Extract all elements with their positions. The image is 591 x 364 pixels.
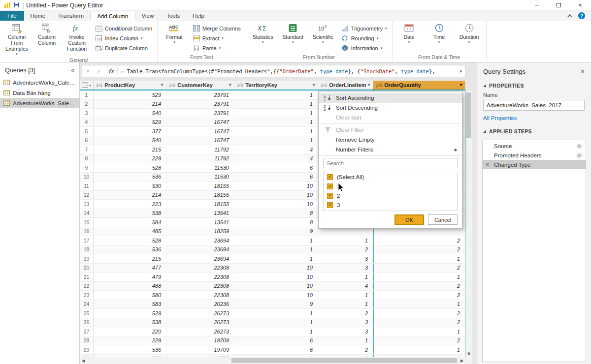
- table-cell[interactable]: 22308: [166, 282, 234, 291]
- table-cell[interactable]: 223: [94, 200, 166, 209]
- table-cell[interactable]: 1: [234, 245, 318, 254]
- table-cell[interactable]: 2: [373, 291, 465, 300]
- formula-input[interactable]: = Table.TransformColumnTypes(#"Promoted …: [118, 65, 465, 77]
- applied-steps-section-header[interactable]: APPLIED STEPS: [477, 121, 591, 136]
- table-cell[interactable]: 19709: [166, 336, 234, 345]
- table-cell[interactable]: 18259: [166, 227, 234, 236]
- ribbon-button-time[interactable]: Time▾: [425, 21, 454, 53]
- table-cell[interactable]: 2: [318, 245, 373, 254]
- row-number[interactable]: 9: [80, 163, 94, 172]
- table-cell[interactable]: 23694: [166, 236, 234, 245]
- table-cell[interactable]: 2: [373, 236, 465, 245]
- row-number[interactable]: 13: [80, 200, 94, 209]
- table-cell[interactable]: 488: [94, 282, 166, 291]
- table-cell[interactable]: 18155: [166, 191, 234, 200]
- table-cell[interactable]: 2: [373, 309, 465, 318]
- table-cell[interactable]: 1: [234, 318, 318, 327]
- table-cell[interactable]: 20236: [166, 300, 234, 309]
- row-number[interactable]: 1: [80, 91, 94, 99]
- table-cell[interactable]: 2: [373, 264, 465, 273]
- table-cell[interactable]: 3: [318, 254, 373, 263]
- table-cell[interactable]: 23791: [166, 109, 234, 118]
- column-header-territorykey[interactable]: 1²3TerritoryKey▼: [234, 81, 318, 90]
- table-cell[interactable]: 6: [234, 163, 318, 172]
- formula-expand-icon[interactable]: ▾: [458, 69, 462, 74]
- table-cell[interactable]: 528: [94, 236, 166, 245]
- row-number[interactable]: 29: [80, 345, 94, 354]
- column-header-productkey[interactable]: 1²3ProductKey▼: [94, 81, 166, 90]
- table-cell[interactable]: 2: [318, 345, 373, 354]
- row-number[interactable]: 12: [80, 191, 94, 200]
- table-cell[interactable]: 8: [234, 209, 318, 218]
- column-header-orderlineitem[interactable]: 1²3OrderLineItem▼: [318, 81, 373, 90]
- table-cell[interactable]: 529: [94, 91, 166, 99]
- ribbon-button-scientific[interactable]: 102Scientific▾: [309, 21, 337, 53]
- checkbox-checked-icon[interactable]: ✓: [327, 183, 333, 189]
- ribbon-button-standard[interactable]: Standard▾: [279, 21, 307, 53]
- table-cell[interactable]: 11530: [166, 173, 234, 182]
- table-cell[interactable]: 9: [234, 300, 318, 309]
- scroll-down-icon[interactable]: ▼: [465, 350, 472, 357]
- vertical-scrollbar[interactable]: ▼: [465, 91, 472, 357]
- table-cell[interactable]: 485: [94, 227, 166, 236]
- table-cell[interactable]: 11792: [166, 154, 234, 163]
- table-cell[interactable]: 26273: [166, 327, 234, 336]
- table-cell[interactable]: 1: [318, 273, 373, 281]
- ribbon-tab-tools[interactable]: Tools: [160, 11, 186, 21]
- ribbon-button-format[interactable]: ABCFormat▾: [160, 21, 189, 53]
- table-cell[interactable]: 10: [234, 291, 318, 300]
- ribbon-button-duration[interactable]: Duration▾: [455, 21, 484, 53]
- table-cell[interactable]: 11792: [166, 145, 234, 154]
- applied-step-source[interactable]: Source: [483, 141, 586, 151]
- table-cell[interactable]: 10: [234, 200, 318, 209]
- table-cell[interactable]: 13541: [166, 209, 234, 218]
- vscroll-thumb[interactable]: [466, 92, 471, 138]
- table-cell[interactable]: 3: [318, 318, 373, 327]
- filter-arrow-icon[interactable]: ▼: [459, 83, 462, 87]
- column-header-customerkey[interactable]: 1²3CustomerKey▼: [166, 81, 234, 90]
- filter-arrow-icon[interactable]: ▼: [228, 83, 231, 87]
- column-header-orderquantity[interactable]: 1²3OrderQuantity▼: [373, 81, 465, 90]
- row-number[interactable]: 19: [80, 254, 94, 263]
- table-cell[interactable]: 2: [373, 245, 465, 254]
- formula-accept-icon[interactable]: ✓: [94, 68, 105, 75]
- checkbox-checked-icon[interactable]: ✓: [327, 193, 333, 199]
- checkbox-checked-icon[interactable]: ✓: [327, 174, 333, 180]
- table-cell[interactable]: 584: [94, 218, 166, 227]
- table-cell[interactable]: 13541: [166, 218, 234, 227]
- scroll-left-icon[interactable]: ◀: [80, 357, 87, 364]
- table-cell[interactable]: 528: [94, 163, 166, 172]
- table-cell[interactable]: 8: [234, 218, 318, 227]
- table-cell[interactable]: 10: [234, 182, 318, 190]
- table-cell[interactable]: 229: [94, 336, 166, 345]
- table-cell[interactable]: 580: [94, 291, 166, 300]
- filter-search-box[interactable]: [323, 158, 458, 168]
- table-cell[interactable]: 536: [94, 245, 166, 254]
- table-cell[interactable]: 479: [94, 273, 166, 281]
- save-icon[interactable]: [14, 1, 20, 10]
- filter-arrow-icon[interactable]: ▼: [160, 83, 164, 87]
- table-cell[interactable]: 377: [94, 127, 166, 136]
- maximize-button[interactable]: [548, 0, 569, 11]
- select-all-corner[interactable]: ▾: [80, 81, 94, 90]
- table-cell[interactable]: 1: [234, 236, 318, 245]
- filter-value-item[interactable]: ✓3: [324, 200, 457, 210]
- table-cell[interactable]: 583: [94, 300, 166, 309]
- table-cell[interactable]: 4: [234, 154, 318, 163]
- horizontal-scrollbar[interactable]: ◀ ▶: [80, 357, 465, 364]
- table-cell[interactable]: 1: [318, 291, 373, 300]
- checkbox-checked-icon[interactable]: ✓: [327, 202, 333, 208]
- delete-step-icon[interactable]: ×: [486, 161, 489, 168]
- table-cell[interactable]: 23791: [166, 100, 234, 109]
- close-panel-icon[interactable]: ×: [581, 67, 585, 75]
- filter-arrow-icon[interactable]: ▼: [366, 83, 370, 87]
- ribbon-tab-add-column[interactable]: Add Column: [90, 11, 135, 21]
- table-cell[interactable]: 540: [94, 109, 166, 118]
- help-icon[interactable]: ?: [578, 12, 585, 19]
- ribbon-tab-transform[interactable]: Transform: [52, 11, 90, 21]
- ribbon-button-statistics[interactable]: XΣStatistics▾: [249, 21, 277, 53]
- row-number[interactable]: 15: [80, 218, 94, 227]
- properties-section-header[interactable]: PROPERTIES: [477, 75, 591, 91]
- table-cell[interactable]: 1: [318, 336, 373, 345]
- table-cell[interactable]: 530: [94, 182, 166, 190]
